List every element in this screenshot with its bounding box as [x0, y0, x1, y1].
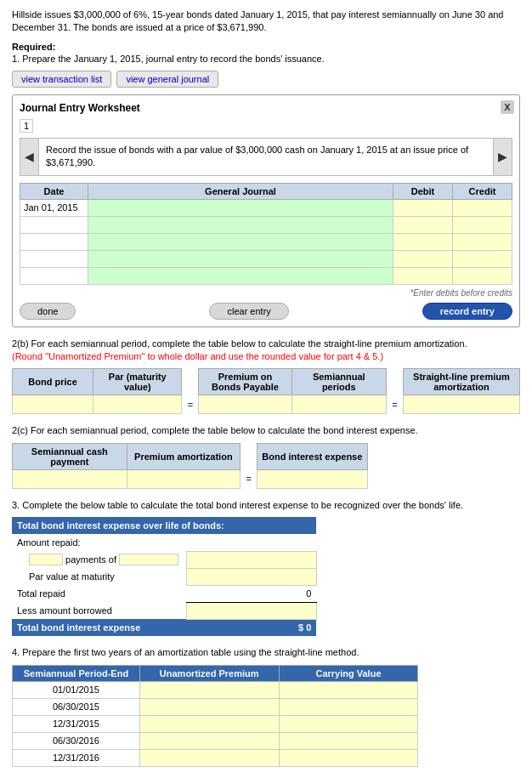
journal-table: Date General Journal Debit Credit Jan 01… — [20, 183, 512, 285]
bond-interest-field[interactable] — [261, 474, 363, 484]
premium-2-field[interactable] — [144, 718, 275, 729]
instruction-box: ◀ Record the issue of bonds with a par v… — [20, 138, 512, 176]
bond-price-field[interactable] — [16, 400, 89, 410]
less-borrowed-input[interactable] — [186, 602, 316, 619]
premium-4-input[interactable] — [139, 749, 279, 766]
journal-input-4[interactable] — [88, 250, 393, 267]
done-button[interactable]: done — [20, 303, 76, 320]
credit-field-5[interactable] — [456, 270, 508, 281]
credit-cell-4[interactable] — [453, 250, 512, 267]
credit-cell-2[interactable] — [453, 216, 512, 233]
cash-payment-input[interactable] — [13, 469, 127, 488]
prev-arrow[interactable]: ◀ — [20, 138, 39, 176]
debit-field-1[interactable] — [397, 202, 449, 213]
credit-cell-5[interactable] — [453, 267, 512, 284]
premium-0-input[interactable] — [139, 681, 279, 698]
amort-row-2: 12/31/2015 — [13, 715, 418, 732]
par-value-field[interactable] — [97, 400, 178, 410]
journal-field-1[interactable] — [92, 202, 389, 213]
clear-button[interactable]: clear entry — [209, 303, 288, 320]
bond-interest-input[interactable] — [258, 469, 367, 488]
carrying-4-field[interactable] — [283, 752, 415, 763]
premium-0-field[interactable] — [144, 684, 275, 695]
section4-text: Prepare the first two years of an amorti… — [22, 647, 359, 657]
credit-field-3[interactable] — [456, 236, 508, 247]
journal-field-5[interactable] — [92, 270, 389, 281]
table-row — [20, 216, 512, 233]
carrying-3-input[interactable] — [279, 732, 418, 749]
premium-payable-field[interactable] — [202, 400, 287, 410]
journal-input-3[interactable] — [88, 233, 393, 250]
credit-field-1[interactable] — [456, 202, 508, 213]
premium-amort-input[interactable] — [127, 469, 241, 488]
debit-field-5[interactable] — [397, 270, 449, 281]
journal-input-2[interactable] — [88, 216, 393, 233]
par-value-total-input[interactable] — [186, 568, 316, 585]
instruction-text: Record the issue of bonds with a par val… — [39, 138, 493, 176]
par-value-total-field[interactable] — [192, 571, 311, 582]
view-journal-button[interactable]: view general journal — [116, 71, 218, 88]
credit-cell-3[interactable] — [453, 233, 512, 250]
carrying-2-input[interactable] — [279, 715, 418, 732]
premium-payable-input[interactable] — [199, 395, 291, 414]
payments-count-field[interactable] — [29, 554, 63, 565]
close-button[interactable]: X — [501, 100, 514, 114]
premium-amort-field[interactable] — [131, 474, 237, 484]
carrying-0-input[interactable] — [279, 681, 418, 698]
col-par-maturity: Par (maturity value) — [93, 369, 182, 395]
less-borrowed-field[interactable] — [192, 605, 311, 616]
journal-field-3[interactable] — [92, 236, 389, 247]
record-number: 1 — [20, 119, 33, 133]
payments-total-input[interactable] — [186, 551, 316, 568]
period-0: 01/01/2015 — [13, 681, 140, 698]
payments-amount-field[interactable] — [119, 554, 178, 565]
semiannual-periods-input[interactable] — [291, 395, 386, 414]
view-transaction-button[interactable]: view transaction list — [12, 71, 111, 88]
cash-payment-field[interactable] — [16, 474, 123, 484]
amort-row-3: 06/30/2016 — [13, 732, 418, 749]
section3-intro: 3. Complete the below table to calculate… — [12, 499, 520, 512]
debit-field-3[interactable] — [397, 236, 449, 247]
debit-field-4[interactable] — [397, 253, 449, 264]
carrying-1-field[interactable] — [283, 701, 415, 712]
carrying-1-input[interactable] — [279, 698, 418, 715]
record-entry-button[interactable]: record entry — [422, 303, 512, 320]
carrying-2-field[interactable] — [283, 718, 415, 729]
premium-1-input[interactable] — [139, 698, 279, 715]
period-2: 12/31/2015 — [13, 715, 140, 732]
carrying-3-field[interactable] — [283, 735, 415, 746]
premium-3-field[interactable] — [144, 735, 275, 746]
premium-4-field[interactable] — [144, 752, 275, 763]
debit-cell-4[interactable] — [393, 250, 453, 267]
payments-total-field[interactable] — [192, 554, 311, 565]
action-buttons: view transaction list view general journ… — [12, 71, 520, 88]
journal-input-1[interactable] — [88, 199, 393, 216]
debit-cell-1[interactable] — [393, 199, 453, 216]
carrying-4-input[interactable] — [279, 749, 418, 766]
next-arrow[interactable]: ▶ — [493, 138, 512, 176]
bond-price-input[interactable] — [13, 395, 93, 414]
debit-field-2[interactable] — [397, 219, 449, 230]
credit-cell-1[interactable] — [453, 199, 512, 216]
journal-field-2[interactable] — [92, 219, 389, 230]
credit-field-4[interactable] — [456, 253, 508, 264]
debit-cell-3[interactable] — [393, 233, 453, 250]
debit-cell-2[interactable] — [393, 216, 453, 233]
debit-cell-5[interactable] — [393, 267, 453, 284]
premium-3-input[interactable] — [139, 732, 279, 749]
carrying-0-field[interactable] — [283, 684, 415, 695]
straight-line-field[interactable] — [407, 400, 516, 410]
straight-line-input[interactable] — [403, 395, 519, 414]
total-repaid-value: 0 — [186, 585, 316, 602]
total-repaid-row: Total repaid 0 — [12, 585, 316, 602]
premium-1-field[interactable] — [144, 701, 275, 712]
journal-field-4[interactable] — [92, 253, 389, 264]
amort-row-4: 12/31/2016 — [13, 749, 418, 766]
journal-input-5[interactable] — [88, 267, 393, 284]
credit-field-2[interactable] — [456, 219, 508, 230]
col-unamortized-premium: Unamortized Premium — [139, 665, 279, 681]
premium-2-input[interactable] — [139, 715, 279, 732]
par-value-input[interactable] — [93, 395, 182, 414]
section4-intro: 4. Prepare the first two years of an amo… — [12, 646, 520, 659]
semiannual-periods-field[interactable] — [296, 400, 382, 410]
